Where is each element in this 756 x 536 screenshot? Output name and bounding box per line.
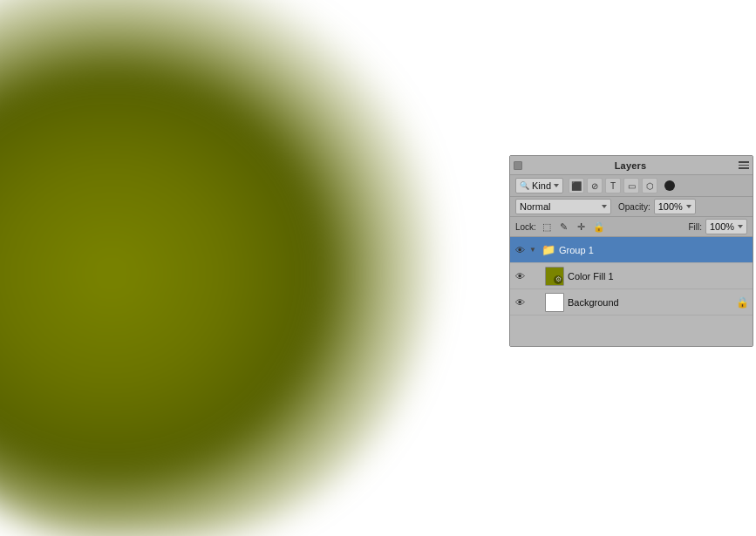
fill-chevron-icon [738, 225, 743, 228]
layer-row-group1[interactable]: 👁 ▼ 📁 Group 1 [510, 237, 753, 263]
search-icon: 🔍 [520, 181, 529, 190]
layers-panel: Layers 🔍 Kind ⬛ ⊘ T ▭ ⬡ Normal Opacity: … [509, 155, 753, 347]
kind-select[interactable]: 🔍 Kind [515, 178, 563, 193]
expand-icon-group1[interactable]: ▼ [529, 246, 538, 254]
pixel-filter-button[interactable]: ⬛ [569, 178, 584, 193]
filter-icons: ⬛ ⊘ T ▭ ⬡ [569, 178, 657, 193]
opacity-label: Opacity: [618, 202, 650, 212]
thumbnail-color-fill: ⚙ [546, 268, 563, 285]
lock-pixels-button[interactable]: ⬚ [540, 220, 554, 234]
opacity-input[interactable]: 100% [654, 199, 696, 214]
fill-label: Fill: [688, 222, 702, 232]
layer-row-colorfill1[interactable]: 👁 ⚙ Color Fill 1 [510, 263, 753, 289]
blend-mode-value: Normal [520, 201, 550, 212]
panel-menu-button[interactable] [739, 161, 749, 169]
thumbnail-gear-icon: ⚙ [554, 275, 562, 284]
visibility-icon-colorfill1[interactable]: 👁 [514, 271, 526, 282]
shape-filter-button[interactable]: ▭ [623, 178, 639, 193]
lock-position-button[interactable]: ✛ [575, 220, 589, 234]
thumbnail-white-bg [546, 294, 563, 311]
layer-name-background: Background [568, 297, 732, 308]
lock-label: Lock: [515, 222, 536, 232]
smart-filter-button[interactable]: ⬡ [642, 178, 657, 193]
opacity-chevron-icon [686, 205, 691, 208]
filter-toggle[interactable] [664, 180, 675, 191]
panel-title: Layers [522, 160, 739, 171]
visibility-icon-background[interactable]: 👁 [514, 297, 526, 308]
blend-mode-select[interactable]: Normal [515, 199, 611, 214]
panel-titlebar: Layers [510, 156, 753, 175]
kind-chevron-icon [554, 184, 559, 187]
fill-input[interactable]: 100% [705, 219, 747, 234]
blend-row: Normal Opacity: 100% [510, 197, 753, 217]
fill-value-text: 100% [710, 221, 734, 232]
layer-thumbnail-colorfill1: ⚙ [545, 267, 564, 286]
visibility-icon-group1[interactable]: 👁 [514, 245, 526, 255]
lock-image-button[interactable]: ✎ [557, 220, 571, 234]
canvas-blob [0, 0, 436, 536]
panel-close-button[interactable] [514, 161, 522, 170]
layers-list: 👁 ▼ 📁 Group 1 👁 ⚙ Color Fill 1 👁 Backgro… [510, 237, 753, 346]
folder-icon-group1: 📁 [541, 243, 555, 256]
layer-thumbnail-background [545, 293, 564, 312]
opacity-value-text: 100% [658, 201, 683, 212]
lock-all-button[interactable]: 🔒 [592, 220, 606, 234]
background-lock-icon: 🔒 [736, 296, 749, 309]
type-filter-button[interactable]: T [605, 178, 621, 193]
blend-mode-chevron-icon [602, 205, 607, 208]
kind-label: Kind [532, 180, 551, 191]
adjustment-filter-button[interactable]: ⊘ [587, 178, 603, 193]
filter-row: 🔍 Kind ⬛ ⊘ T ▭ ⬡ [510, 175, 753, 197]
lock-row: Lock: ⬚ ✎ ✛ 🔒 Fill: 100% [510, 217, 753, 237]
layer-name-colorfill1: Color Fill 1 [568, 271, 749, 282]
layer-name-group1: Group 1 [559, 245, 749, 255]
layer-row-background[interactable]: 👁 Background 🔒 [510, 289, 753, 315]
